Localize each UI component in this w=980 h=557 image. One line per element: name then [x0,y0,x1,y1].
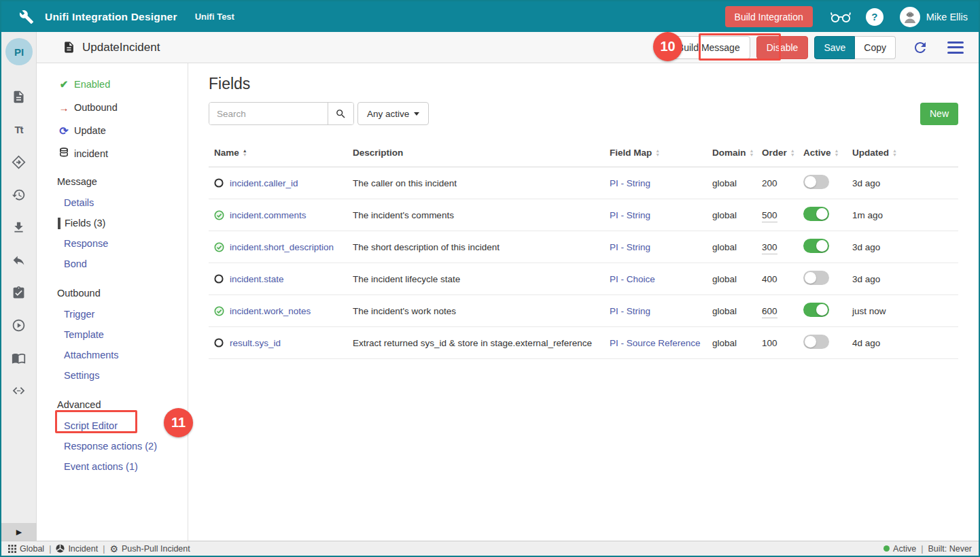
active-toggle[interactable] [803,175,829,189]
statusbar-separator: | [103,544,105,554]
play-circle-icon[interactable] [1,309,37,341]
sidebar-status-outbound[interactable]: →Outbound [37,96,188,119]
active-filter-dropdown[interactable]: Any active [357,102,429,125]
active-toggle[interactable] [803,207,829,221]
build-integration-button[interactable]: Build Integration [725,6,813,27]
column-header-order[interactable]: Order▲▼ [762,148,803,158]
column-header-active[interactable]: Active▲▼ [803,148,852,158]
statusbar-push-pull-incident[interactable]: ⚙Push-Pull Incident [109,544,190,554]
field-map-link[interactable]: PI - String [610,242,650,252]
sort-asc-icon: ▲▼ [243,149,247,157]
rail-expand-button[interactable]: ▶ [1,523,37,541]
search-icon [335,108,347,120]
active-toggle[interactable] [803,271,829,285]
field-domain: global [712,178,762,188]
save-button[interactable]: Save [814,36,855,59]
search-button[interactable] [328,103,353,124]
code-icon[interactable] [1,374,37,407]
statusbar-left: Global|Incident|⚙Push-Pull Incident [8,544,195,554]
copy-button[interactable]: Copy [855,36,896,59]
record-header-bar: UpdateIncident Build Message Disable Sav… [37,32,979,63]
sidebar-item-label: Script Editor [64,420,118,431]
sort-icon: ▲▼ [790,149,795,157]
sidebar-item-event-actions-1[interactable]: Event actions (1) [37,456,188,477]
field-name-link[interactable]: incident.caller_id [230,178,298,188]
field-name-link[interactable]: incident.work_notes [230,306,311,316]
column-header-description: Description [353,148,610,158]
statusbar-item-label: Incident [68,544,98,554]
integration-avatar[interactable]: PI [5,38,33,65]
sidebar-item-bond[interactable]: Bond [37,254,188,274]
column-header-label: Order [762,148,787,158]
sidebar-item-details[interactable]: Details [37,192,188,213]
table-body: incident.caller_idThe caller on this inc… [209,167,958,359]
table-row: incident.work_notesThe incident's work n… [209,295,958,327]
sidebar-status-incident[interactable]: incident [37,142,188,165]
field-map-link[interactable]: PI - Choice [610,274,655,284]
active-toggle[interactable] [803,335,829,349]
inactive-circle-icon [209,338,230,348]
field-updated: 4d ago [852,338,958,348]
field-name-link[interactable]: incident.comments [230,210,307,220]
search-input[interactable] [209,103,328,124]
history-icon[interactable] [1,178,37,211]
download-icon[interactable] [1,211,37,243]
text-format-icon[interactable]: Tt [1,113,37,146]
field-map-link[interactable]: PI - Source Reference [610,338,701,348]
sidebar-item-fields-3[interactable]: Fields (3) [37,213,188,233]
disable-button[interactable]: Disable [756,36,809,59]
active-status-label: Active [893,544,916,554]
sidebar-status-enabled[interactable]: ✔Enabled [37,73,188,96]
sidebar-item-response-actions-2[interactable]: Response actions (2) [37,436,188,456]
sidebar-status-label: Outbound [74,102,118,113]
field-name-link[interactable]: incident.state [230,274,284,284]
sidebar-status-update[interactable]: ⟳Update [37,119,188,142]
statusbar-incident[interactable]: Incident [56,544,98,554]
column-header-domain[interactable]: Domain▲▼ [712,148,762,158]
environment-name[interactable]: Unifi Test [195,12,234,22]
statusbar-global[interactable]: Global [8,544,44,554]
glasses-icon[interactable] [830,10,851,24]
menu-icon[interactable] [947,41,964,54]
sort-icon: ▲▼ [835,149,839,157]
book-icon[interactable] [1,341,37,374]
field-map-link[interactable]: PI - String [610,178,650,188]
sidebar-item-response[interactable]: Response [37,233,188,254]
user-menu[interactable]: Mike Ellis [900,7,968,27]
sidebar-item-settings[interactable]: Settings [37,365,188,386]
refresh-icon[interactable] [912,39,928,56]
sidebar-item-label: Fields (3) [65,218,105,229]
sidebar-item-template[interactable]: Template [37,324,188,345]
field-order: 500 [762,210,777,222]
label-send-icon[interactable] [1,146,37,178]
sidebar-status-label: Enabled [74,79,110,90]
help-icon[interactable]: ? [866,8,883,26]
column-header-field-map[interactable]: Field Map▲▼ [610,148,712,158]
field-description: Extract returned sys_id & store in stage… [353,338,610,348]
sidebar-item-attachments[interactable]: Attachments [37,345,188,365]
sidebar-item-label: Event actions (1) [64,461,138,472]
toggle-knob [805,176,816,188]
table-row: incident.commentsThe incident's comments… [209,199,958,231]
icon-rail: Tt ▶ [1,32,37,541]
new-field-button[interactable]: New [920,103,958,125]
column-header-name[interactable]: Name▲▼ [209,148,353,158]
sync-icon: ⟳ [57,124,71,137]
sort-icon: ▲▼ [750,149,754,157]
document-icon [63,41,75,54]
column-header-updated[interactable]: Updated▲▼ [852,148,958,158]
active-toggle[interactable] [803,303,829,317]
task-check-icon[interactable] [1,276,37,309]
document-icon[interactable] [1,80,37,113]
app-circle-icon [56,544,65,553]
field-map-link[interactable]: PI - String [610,306,650,316]
active-toggle[interactable] [803,239,829,253]
field-name-link[interactable]: result.sys_id [230,338,281,348]
column-header-label: Updated [852,148,889,158]
field-map-link[interactable]: PI - String [610,210,650,220]
sidebar-item-trigger[interactable]: Trigger [37,304,188,324]
field-name-link[interactable]: incident.short_description [230,242,334,252]
list-controls: Any active New [209,102,958,125]
arrow-right-icon: → [57,102,71,114]
reply-icon[interactable] [1,243,37,276]
